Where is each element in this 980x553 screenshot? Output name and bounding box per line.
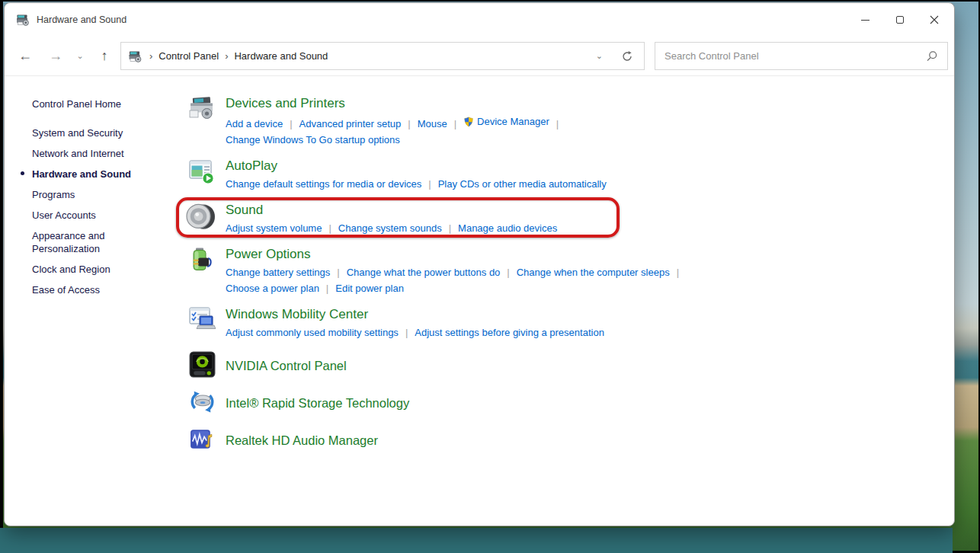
task-separator: | [428,178,431,190]
sidebar-item-label: Clock and Region [32,264,110,275]
mobility-icon[interactable] [188,306,226,340]
task-row: Adjust commonly used mobility settings|A… [226,324,604,340]
sidebar-item-label: Control Panel Home [32,98,121,110]
sound-icon[interactable] [188,202,226,236]
refresh-icon[interactable] [621,50,633,62]
section-sound: SoundAdjust system volume|Change system … [188,202,954,236]
navigation-bar: ← → ⌄ ↑ › Control Panel › Hardware and S… [5,37,954,76]
task-link-label: Manage audio devices [458,220,557,236]
sidebar-item-label: Appearance and Personalization [32,230,104,254]
task-link-label: Choose a power plan [226,280,319,296]
task-separator: | [290,118,292,129]
desktop-wallpaper-water [0,528,953,553]
task-link-label: Change battery settings [226,264,330,280]
task-link-adjust-settings-before-giving-a-presentation[interactable]: Adjust settings before giving a presenta… [415,324,604,340]
uac-shield-icon [463,117,474,127]
power-icon[interactable] [188,246,226,296]
task-link-change-default-settings-for-media-or-devices[interactable]: Change default settings for media or dev… [226,176,421,192]
close-button[interactable] [917,3,951,37]
task-link-advanced-printer-setup[interactable]: Advanced printer setup [299,116,402,132]
breadcrumb-control-panel[interactable]: Control Panel [159,50,219,62]
sidebar-item-hardware-and-sound[interactable]: Hardware and Sound [32,168,146,181]
task-link-adjust-commonly-used-mobility-settings[interactable]: Adjust commonly used mobility settings [226,324,399,340]
task-link-label: Edit power plan [335,280,404,296]
up-icon[interactable]: ↑ [91,43,117,69]
minimize-button[interactable] [848,3,882,37]
task-separator: | [337,267,339,278]
section-title-link[interactable]: Intel® Rapid Storage Technology [226,395,409,411]
hardware-and-sound-icon[interactable] [16,14,30,26]
section-text: SoundAdjust system volume|Change system … [226,202,557,236]
forward-icon[interactable]: → [43,43,69,69]
maximize-button[interactable] [882,3,917,37]
search-icon[interactable] [926,50,938,62]
sidebar-item-label: Network and Internet [32,148,124,159]
section-windows-mobility-center: Windows Mobility CenterAdjust commonly u… [188,306,954,340]
sidebar-item-ease-of-access[interactable]: Ease of Access [32,283,146,296]
sidebar-item-system-and-security[interactable]: System and Security [32,126,146,139]
previous-locations-chevron-icon[interactable]: ⌄ [596,51,603,61]
sidebar-item-label: Programs [32,189,75,200]
task-separator: | [408,118,410,129]
autoplay-icon[interactable] [188,158,226,192]
section-title-link[interactable]: Realtek HD Audio Manager [226,433,378,449]
task-link-edit-power-plan[interactable]: Edit power plan [335,280,404,296]
nvidia-icon[interactable] [188,350,226,382]
section-title-link[interactable]: AutoPlay [226,158,607,174]
section-title-link[interactable]: Devices and Printers [226,95,565,111]
sidebar-item-label: User Accounts [32,209,96,221]
task-link-manage-audio-devices[interactable]: Manage audio devices [458,220,557,236]
task-separator: | [405,327,408,338]
section-title-link[interactable]: Power Options [226,246,686,262]
sidebar-item-user-accounts[interactable]: User Accounts [32,209,146,222]
section-text: NVIDIA Control Panel [226,358,347,374]
task-link-label: Adjust system volume [226,220,322,236]
task-row: Add a device|Advanced printer setup|Mous… [226,113,565,132]
section-text: Power OptionsChange battery settings|Cha… [226,246,686,296]
task-link-device-manager[interactable]: Device Manager [463,113,549,129]
task-link-play-cds-or-other-media-automatically[interactable]: Play CDs or other media automatically [438,176,607,192]
breadcrumb-hardware-and-sound[interactable]: Hardware and Sound [234,50,328,62]
task-link-change-battery-settings[interactable]: Change battery settings [226,264,330,280]
control-panel-window: Hardware and Sound ← → ⌄ ↑ › Control Pan… [4,2,955,526]
section-text: Intel® Rapid Storage Technology [226,395,409,411]
sidebar-item-appearance-and-personalization[interactable]: Appearance and Personalization [32,229,146,255]
task-link-label: Device Manager [477,113,549,129]
task-separator: | [454,118,456,129]
recent-pages-chevron-icon[interactable]: ⌄ [72,43,88,69]
sidebar-item-clock-and-region[interactable]: Clock and Region [32,263,146,276]
devices-printers-icon[interactable] [188,95,226,148]
task-link-add-a-device[interactable]: Add a device [226,116,283,132]
section-title-link[interactable]: Sound [226,202,557,218]
task-link-label: Change default settings for media or dev… [226,176,421,192]
breadcrumb-chevron-icon[interactable]: › [149,50,152,62]
task-link-mouse[interactable]: Mouse [418,116,447,132]
task-link-label: Mouse [418,116,447,132]
task-link-change-windows-to-go-startup-options[interactable]: Change Windows To Go startup options [226,132,400,148]
task-link-label: Change system sounds [338,220,442,236]
screenshot-frame: Hardware and Sound ← → ⌄ ↑ › Control Pan… [0,0,980,553]
task-link-choose-a-power-plan[interactable]: Choose a power plan [226,280,319,296]
section-text: AutoPlayChange default settings for medi… [226,158,607,192]
sidebar-item-control-panel-home[interactable]: Control Panel Home [32,97,146,110]
breadcrumb-chevron-icon[interactable]: › [225,50,228,62]
sidebar-item-programs[interactable]: Programs [32,188,146,201]
task-row: Choose a power plan|Edit power plan [226,280,686,296]
search-input[interactable] [665,50,926,62]
section-title-link[interactable]: Windows Mobility Center [226,306,604,322]
task-link-adjust-system-volume[interactable]: Adjust system volume [226,220,322,236]
realtek-icon[interactable] [188,425,226,456]
intel-icon[interactable] [188,388,226,419]
task-link-change-when-the-computer-sleeps[interactable]: Change when the computer sleeps [517,264,670,280]
close-icon [930,15,939,24]
section-nvidia-control-panel: NVIDIA Control Panel [188,350,954,382]
section-title-link[interactable]: NVIDIA Control Panel [226,358,347,374]
task-link-change-system-sounds[interactable]: Change system sounds [338,220,442,236]
sidebar-item-network-and-internet[interactable]: Network and Internet [32,147,146,160]
control-panel-icon[interactable] [129,50,142,62]
back-icon[interactable]: ← [12,43,38,69]
section-text: Devices and PrintersAdd a device|Advance… [226,95,565,148]
section-realtek-hd-audio-manager: Realtek HD Audio Manager [188,425,954,456]
task-link-change-what-the-power-buttons-do[interactable]: Change what the power buttons do [347,264,501,280]
section-autoplay: AutoPlayChange default settings for medi… [188,158,954,192]
